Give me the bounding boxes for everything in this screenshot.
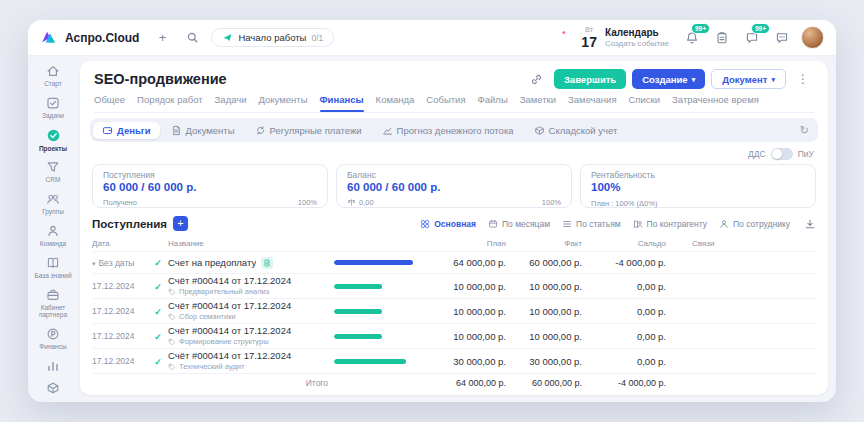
ai-assistant-button[interactable]: [547, 27, 569, 49]
chevron-down-icon: ▾: [692, 76, 696, 83]
user-avatar[interactable]: [801, 26, 824, 49]
search-button[interactable]: [181, 27, 203, 49]
app-window: Аспро.Cloud + Начало работы 0/1 Вт 17 Ка…: [28, 20, 836, 402]
stat-card-receipts[interactable]: Поступления 60 000 / 60 000 р. Получено …: [92, 164, 328, 208]
invoice-name[interactable]: Счёт #000414 от 17.12.2024: [168, 300, 328, 312]
table-row[interactable]: 17.12.2024 ✓ Счёт #000414 от 17.12.2024 …: [92, 273, 816, 298]
date-block[interactable]: Вт 17: [581, 26, 597, 49]
tab-komanda[interactable]: Команда: [376, 94, 415, 107]
tab-sobytiya[interactable]: События: [426, 94, 465, 107]
project-tabs: Общее Порядок работ Задачи Документы Фин…: [94, 94, 814, 113]
create-button[interactable]: Создание▾: [632, 69, 705, 89]
collapse-caret-icon[interactable]: ▾: [92, 260, 96, 267]
sidebar-item-partner-cabinet[interactable]: Кабинет партнера: [29, 284, 77, 324]
document-button[interactable]: Документ▾: [711, 69, 786, 89]
tab-dokumenty[interactable]: Документы: [259, 94, 308, 107]
onboarding-pill[interactable]: Начало работы 0/1: [211, 28, 334, 47]
tag-icon: [168, 338, 176, 346]
receipts-table: Дата Название План Факт Сальдо Связи ▾Бе…: [92, 236, 816, 391]
app-logo-icon[interactable]: [40, 29, 57, 46]
sidebar-item-knowledge-base[interactable]: База знаний: [29, 252, 77, 284]
table-header-row: Дата Название План Факт Сальдо Связи: [92, 236, 816, 251]
tab-faily[interactable]: Файлы: [478, 94, 508, 107]
subtab-regulyarnye-platezhi[interactable]: Регулярные платежи: [246, 122, 371, 139]
add-receipt-button[interactable]: +: [173, 216, 188, 231]
finish-button[interactable]: Завершить: [554, 69, 626, 89]
sidebar-item-team[interactable]: Команда: [29, 220, 77, 252]
tab-zametki[interactable]: Заметки: [520, 94, 556, 107]
view-po-sotrudniku[interactable]: По сотруднику: [719, 219, 790, 229]
copy-link-button[interactable]: [526, 68, 548, 90]
box-icon: [534, 125, 545, 136]
subtab-dokumenty[interactable]: Документы: [162, 122, 244, 139]
table-group-row[interactable]: ▾Без даты ✓ Счет на предоплату 64 000,00…: [92, 251, 816, 273]
calendar-title: Календарь: [605, 27, 669, 39]
tasks-icon: [46, 96, 60, 110]
switch-knob: [772, 149, 782, 159]
notifications-bell-button[interactable]: 99+: [681, 27, 703, 49]
stat-card-profitability[interactable]: Рентабельность 100% План : 100% (Δ0%): [580, 164, 816, 208]
table-row[interactable]: 17.12.2024 ✓ Счёт #000414 от 17.12.2024 …: [92, 298, 816, 323]
sidebar: Старт Задачи Проекты CRM Группы Команда: [28, 56, 78, 402]
tab-poryadok-rabot[interactable]: Порядок работ: [137, 94, 203, 107]
chat-button[interactable]: 99+: [741, 27, 763, 49]
refresh-icon[interactable]: ↻: [794, 124, 815, 137]
tab-obschee[interactable]: Общее: [94, 94, 125, 107]
receipts-section-header: Поступления + Основная По месяцам По ста…: [92, 214, 816, 233]
quick-add-button[interactable]: +: [151, 27, 173, 49]
sidebar-item-tasks[interactable]: Задачи: [29, 92, 77, 124]
notifications-badge: 99+: [691, 23, 710, 35]
stat-cards: Поступления 60 000 / 60 000 р. Получено …: [92, 164, 816, 208]
invoice-name[interactable]: Счёт #000414 от 17.12.2024: [168, 325, 328, 337]
cube-icon: [46, 381, 60, 395]
tab-zatrachennoe-vremya[interactable]: Затраченное время: [672, 94, 759, 107]
tab-zadachi[interactable]: Задачи: [215, 94, 247, 107]
more-menu-button[interactable]: ⋮: [792, 68, 814, 90]
support-chat-button[interactable]: [771, 27, 793, 49]
toggle-label-dds[interactable]: ДДС: [748, 149, 766, 159]
invoice-name[interactable]: Счёт #000414 от 17.12.2024: [168, 275, 328, 287]
view-switcher: Основная По месяцам По статьям По контра…: [420, 218, 816, 230]
sidebar-item-crm[interactable]: CRM: [29, 156, 77, 188]
sidebar-item-finance[interactable]: Финансы: [29, 323, 77, 355]
view-osnovnaya[interactable]: Основная: [420, 219, 476, 229]
sidebar-item-storage[interactable]: [29, 377, 77, 399]
tab-finansy[interactable]: Финансы: [320, 94, 364, 107]
table-row[interactable]: 17.12.2024 ✓ Счёт #000414 от 17.12.2024 …: [92, 323, 816, 348]
topbar: Аспро.Cloud + Начало работы 0/1 Вт 17 Ка…: [28, 20, 836, 56]
subtab-prognoz-potoka[interactable]: Прогноз денежного потока: [373, 122, 523, 139]
view-po-mesyatsam[interactable]: По месяцам: [488, 219, 550, 229]
sidebar-item-groups[interactable]: Группы: [29, 188, 77, 220]
bar-chart-icon: [46, 359, 60, 373]
table-row[interactable]: 17.12.2024 ✓ Счёт #000414 от 17.12.2024 …: [92, 348, 816, 373]
total-label: Итого: [168, 378, 334, 388]
invoice-name[interactable]: Счёт #000414 от 17.12.2024: [168, 350, 328, 362]
view-po-kontragentu[interactable]: По контрагенту: [633, 219, 707, 229]
status-check-icon: ✓: [154, 258, 162, 268]
chart-icon: [382, 125, 393, 136]
download-button[interactable]: [804, 218, 816, 230]
calendar-block[interactable]: Календарь Создать событие: [605, 27, 669, 48]
onboarding-label: Начало работы: [238, 32, 306, 43]
briefcase-icon: [46, 288, 60, 302]
subtab-skladskoy-uchet[interactable]: Складской учет: [525, 122, 627, 139]
calendar-icon: [488, 219, 498, 229]
document-icon: [171, 125, 182, 136]
sidebar-item-start[interactable]: Старт: [29, 60, 77, 92]
list-icon: [562, 219, 572, 229]
brand-name: Аспро.Cloud: [65, 31, 139, 45]
tab-zamechaniya[interactable]: Замечания: [568, 94, 616, 107]
view-po-statyam[interactable]: По статьям: [562, 219, 621, 229]
subtab-dengi[interactable]: Деньги: [93, 122, 160, 139]
receipt-name[interactable]: Счет на предоплату: [168, 257, 256, 268]
sidebar-item-reports[interactable]: [29, 355, 77, 377]
invoice-badge-icon: [261, 257, 273, 269]
tab-spiski[interactable]: Списки: [629, 94, 661, 107]
sidebar-item-projects[interactable]: Проекты: [29, 124, 77, 157]
finance-subtabs: Деньги Документы Регулярные платежи Прог…: [90, 118, 818, 142]
notes-button[interactable]: [711, 27, 733, 49]
report-mode-switch[interactable]: [771, 148, 793, 160]
toggle-label-piu[interactable]: ПиУ: [798, 149, 814, 159]
stat-card-balance[interactable]: Баланс 60 000 / 60 000 р. 0,00 100%: [336, 164, 572, 208]
header-actions: Завершить Создание▾ Документ▾ ⋮: [526, 68, 814, 90]
